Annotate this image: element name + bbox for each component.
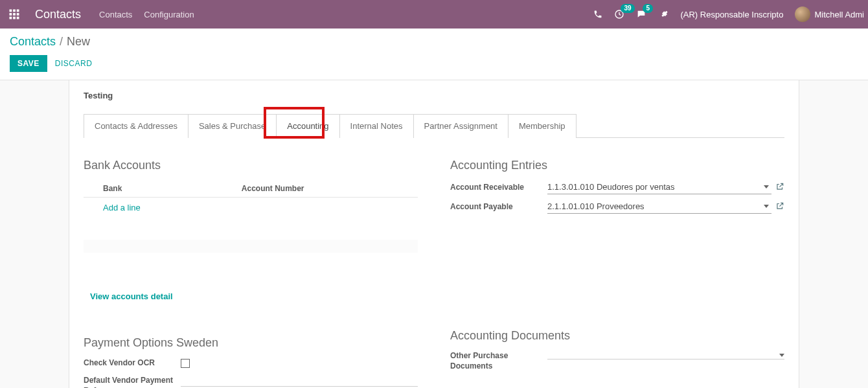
- chat-badge: 5: [643, 4, 653, 13]
- ar-external-link-icon[interactable]: [775, 182, 784, 193]
- nav-contacts[interactable]: Contacts: [99, 10, 132, 19]
- section-payment-options: Payment Options Sweden: [84, 336, 418, 350]
- label-check-vendor-ocr: Check Vendor OCR: [84, 358, 181, 368]
- apps-icon[interactable]: [0, 8, 29, 20]
- svg-rect-3: [10, 13, 12, 16]
- phone-icon[interactable]: [593, 10, 602, 19]
- account-payable-value: 2.1.1.01.010 Proveedores: [547, 201, 645, 211]
- svg-rect-2: [17, 10, 19, 12]
- section-accounting-entries: Accounting Entries: [450, 159, 784, 172]
- user-name: Mitchell Admi: [814, 10, 864, 19]
- default-vendor-ref-input[interactable]: [181, 376, 418, 387]
- save-button[interactable]: Save: [10, 55, 47, 72]
- breadcrumb-current: New: [67, 35, 90, 49]
- account-receivable-select[interactable]: 1.1.3.01.010 Deudores por ventas: [547, 180, 771, 194]
- svg-rect-5: [17, 13, 19, 16]
- breadcrumb: Contacts / New: [10, 35, 858, 49]
- tab-partner-assignment[interactable]: Partner Assignment: [413, 114, 508, 138]
- svg-rect-0: [10, 10, 12, 12]
- chat-icon[interactable]: 5: [636, 9, 646, 19]
- col-bank: Bank: [103, 184, 242, 193]
- avatar: [795, 6, 810, 22]
- label-default-vendor-ref: Default Vendor Payment Ref: [84, 375, 181, 388]
- svg-rect-1: [13, 10, 16, 12]
- company-selector[interactable]: (AR) Responsable Inscripto: [680, 10, 783, 19]
- breadcrumb-sep: /: [60, 35, 63, 49]
- chevron-down-icon: [764, 205, 769, 208]
- partner-name: Testing: [84, 91, 784, 100]
- account-payable-select[interactable]: 2.1.1.01.010 Proveedores: [547, 200, 771, 214]
- label-other-purchase-docs: Other Purchase Documents: [450, 350, 547, 371]
- tab-sales-purchase[interactable]: Sales & Purchase: [188, 114, 277, 138]
- label-account-receivable: Account Receivable: [450, 183, 547, 192]
- account-receivable-value: 1.1.3.01.010 Deudores por ventas: [547, 182, 675, 192]
- add-bank-line[interactable]: Add a line: [84, 198, 418, 218]
- chevron-down-icon: [764, 185, 769, 188]
- chevron-down-icon: [779, 354, 784, 357]
- empty-row: [84, 240, 418, 253]
- breadcrumb-root[interactable]: Contacts: [10, 35, 56, 49]
- debug-icon[interactable]: [658, 9, 668, 19]
- check-vendor-ocr-checkbox[interactable]: [181, 359, 190, 368]
- tab-membership[interactable]: Membership: [508, 114, 577, 138]
- other-purchase-docs-select[interactable]: [547, 352, 784, 359]
- discard-button[interactable]: Discard: [55, 59, 93, 68]
- ap-external-link-icon[interactable]: [775, 201, 784, 212]
- view-accounts-detail[interactable]: View accounts detail: [84, 291, 418, 301]
- label-account-payable: Account Payable: [450, 202, 547, 211]
- svg-rect-8: [17, 17, 19, 19]
- svg-rect-6: [10, 17, 12, 19]
- section-accounting-documents: Accounting Documents: [450, 329, 784, 343]
- activity-badge: 39: [621, 4, 634, 13]
- section-bank-accounts: Bank Accounts: [84, 159, 418, 172]
- col-account-number: Account Number: [242, 184, 418, 193]
- tab-internal-notes[interactable]: Internal Notes: [339, 114, 414, 138]
- user-menu[interactable]: Mitchell Admi: [795, 6, 864, 22]
- brand-title[interactable]: Contacts: [29, 8, 93, 21]
- activity-icon[interactable]: 39: [614, 9, 624, 19]
- tab-contacts-addresses[interactable]: Contacts & Addresses: [84, 114, 188, 138]
- tab-accounting[interactable]: Accounting: [276, 114, 339, 138]
- nav-configuration[interactable]: Configuration: [144, 10, 194, 19]
- svg-rect-7: [13, 17, 16, 19]
- svg-rect-4: [13, 13, 16, 16]
- tab-bar: Contacts & Addresses Sales & Purchase Ac…: [84, 113, 784, 138]
